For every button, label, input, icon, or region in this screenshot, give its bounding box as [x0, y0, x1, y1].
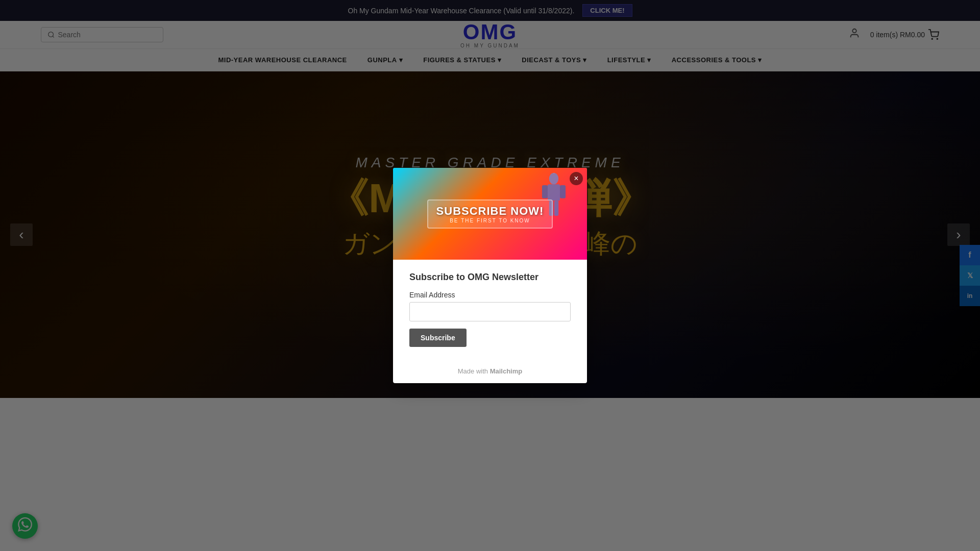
modal-title: Subscribe to OMG Newsletter — [409, 272, 571, 283]
svg-rect-10 — [554, 201, 558, 216]
footer-text: Made with — [458, 367, 488, 375]
modal-footer: Made with Mailchimp — [393, 361, 587, 383]
subscribe-box: SUBSCRIBE NOW! BE THE FIRST TO KNOW — [427, 199, 553, 229]
subscribe-modal: × SUBSCRIBE NOW! BE THE FIRST TO KNOW — [393, 168, 587, 383]
svg-rect-8 — [560, 185, 566, 198]
subscribe-button[interactable]: Subscribe — [409, 329, 467, 347]
modal-image: SUBSCRIBE NOW! BE THE FIRST TO KNOW — [393, 168, 587, 260]
subscribe-now-text: SUBSCRIBE NOW! — [436, 205, 544, 218]
svg-point-5 — [549, 173, 558, 184]
subscribe-first-text: BE THE FIRST TO KNOW — [436, 218, 544, 223]
modal-body: Subscribe to OMG Newsletter Email Addres… — [393, 260, 587, 361]
modal-close-button[interactable]: × — [570, 172, 583, 185]
email-label: Email Address — [409, 291, 571, 299]
modal-overlay[interactable]: × SUBSCRIBE NOW! BE THE FIRST TO KNOW — [0, 0, 980, 398]
subscribe-card: SUBSCRIBE NOW! BE THE FIRST TO KNOW — [427, 199, 553, 229]
svg-rect-7 — [542, 185, 548, 198]
email-input[interactable] — [409, 302, 571, 321]
mailchimp-link[interactable]: Mailchimp — [490, 367, 523, 375]
svg-rect-6 — [548, 184, 560, 201]
